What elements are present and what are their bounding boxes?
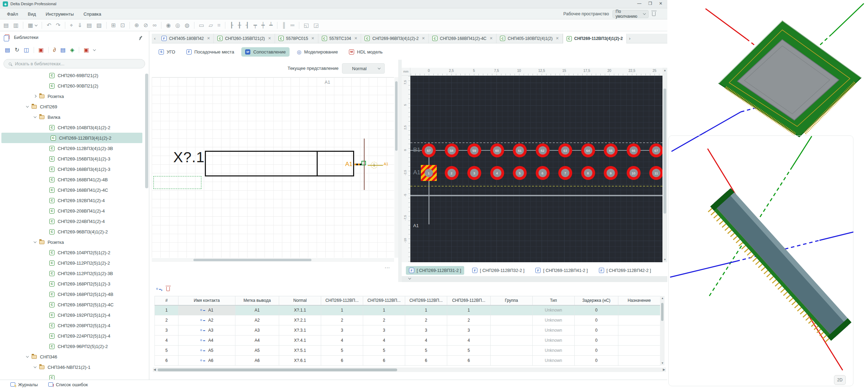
table-cell[interactable] [618, 346, 660, 356]
document-tab[interactable]: CСНП405-180ВП2(4)1(2)✕ [496, 34, 563, 43]
tree-item[interactable]: CСНП269-96ВП3(4)1(2)-2 [0, 226, 144, 237]
align-middle-icon[interactable]: ┿ [261, 23, 265, 28]
error-list-button[interactable]: ! Список ошибок [48, 382, 88, 387]
pan-free-icon[interactable]: ◎ [175, 23, 180, 28]
minimize-button[interactable]: — [637, 1, 641, 6]
table-cell[interactable] [618, 315, 660, 325]
align-right-icon[interactable]: ┨ [246, 23, 249, 28]
table-cell[interactable]: A4 [235, 336, 279, 346]
add-pin-icon[interactable]: + [156, 288, 161, 291]
table-cell[interactable]: Unknown [533, 325, 575, 336]
table-cell[interactable]: 2 [155, 315, 178, 325]
fp-pad[interactable]: 7 [558, 166, 572, 180]
document-tab[interactable]: C5578РС015✕ [275, 34, 318, 43]
pin-list-icon[interactable]: ▤ [87, 23, 92, 28]
table-cell[interactable] [491, 356, 533, 366]
table-cell[interactable]: 0 [575, 325, 618, 336]
table-cell[interactable]: 1 [321, 305, 363, 315]
chevron-right-icon[interactable] [34, 95, 36, 98]
table-cell[interactable]: 5 [321, 346, 363, 356]
align-center-icon[interactable]: ╂ [238, 23, 241, 28]
table-cell[interactable]: 1 [155, 305, 178, 315]
table-cell[interactable]: 4 [405, 336, 447, 346]
3d-view-top[interactable] [667, 0, 868, 153]
document-tab[interactable]: CСНП260-135ВП21(2)✕ [214, 34, 275, 43]
tree-folder[interactable]: СНП269 [0, 101, 144, 112]
menu-item[interactable]: Справка [84, 11, 101, 17]
table-column-header[interactable]: СНП269-112ВП... [405, 296, 447, 305]
table-cell[interactable]: 6 [155, 356, 178, 366]
table-cell[interactable]: 2 [447, 315, 491, 325]
table-cell[interactable]: 0 [575, 315, 618, 325]
pan-icon[interactable]: ◉ [166, 23, 171, 28]
fp-pad[interactable]: 4 [490, 166, 504, 180]
redo-icon[interactable]: ↷ [56, 23, 60, 28]
table-cell[interactable]: 2 [405, 315, 447, 325]
table-cell[interactable]: Unknown [533, 356, 575, 366]
tree-item[interactable]: CСНП269-112РП2(5)1(2)-2 [0, 258, 144, 268]
fp-pad[interactable]: 10 [627, 166, 641, 180]
table-cell[interactable] [618, 305, 660, 315]
fp-pad[interactable]: 67 [649, 143, 662, 157]
select-rect-icon[interactable]: ▭ [199, 23, 204, 28]
table-cell[interactable]: 2 [363, 315, 405, 325]
tree-item[interactable]: CСНП269-104ВП3(4)1(2)-2 [0, 122, 144, 133]
tree-item[interactable]: CСНП269-224ВП41(2)-4 [0, 216, 144, 226]
table-column-header[interactable]: СНП269-112ВП... [447, 296, 491, 305]
footprint-tab[interactable]: F[ СНП269-112ВП41-2 ] [532, 266, 591, 275]
tree-item[interactable]: CСНП269-112ВП3(4)1(2)-3В [0, 143, 144, 154]
import-pins-icon[interactable]: ⇓ [77, 23, 82, 28]
select-lasso-icon[interactable]: ▱ [209, 23, 213, 28]
table-cell[interactable]: X?.2.1 [279, 315, 321, 325]
table-cell[interactable] [491, 315, 533, 325]
table-cell[interactable]: Unknown [533, 315, 575, 325]
fp-pad[interactable]: 11 [649, 166, 662, 180]
table-cell[interactable]: 4 [363, 336, 405, 346]
tree-item[interactable]: C [0, 372, 144, 380]
undo-icon[interactable]: ↶ [47, 23, 51, 28]
group-icon[interactable]: ◱ [304, 23, 309, 28]
tree-item[interactable]: CСНП269-168РП2(5)1(2)-4С [0, 299, 144, 310]
chevron-down-icon[interactable] [35, 23, 37, 26]
tree-item[interactable]: CСНП269-104РП2(5)1(2)-2 [0, 247, 144, 258]
chevron-down-icon[interactable] [34, 240, 36, 243]
renumber-auto-icon[interactable]: ⊘ [143, 23, 148, 28]
pan-lock-icon[interactable]: ◍ [185, 23, 190, 28]
2d-toggle-button[interactable]: 2D [834, 375, 846, 385]
table-cell[interactable] [491, 325, 533, 336]
fp-pad[interactable]: 8 [581, 166, 595, 180]
3d-view-bottom[interactable] [668, 135, 853, 386]
fp-pad[interactable]: 3 [467, 166, 481, 180]
close-tab-icon[interactable]: ✕ [490, 36, 493, 41]
symbol-hscrollbar[interactable] [152, 258, 394, 262]
table-column-header[interactable]: Назначение [618, 296, 660, 305]
table-row[interactable]: 4A4A4X?.4.14444Unknown0 [155, 336, 660, 346]
tree-item[interactable]: CСНП260-90ВП21(2) [0, 81, 144, 91]
view-tab[interactable]: FПосадочные места [183, 47, 238, 57]
view-tab[interactable]: ◎Моделирование [293, 47, 342, 57]
close-tab-icon[interactable]: ✕ [268, 36, 271, 41]
table-cell[interactable]: A3 [235, 325, 279, 336]
footprint-tab[interactable]: F[ СНП269-112ВП32-2 ] [469, 266, 527, 275]
table-cell[interactable]: 3 [363, 325, 405, 336]
renumber-pins-icon[interactable]: ⊕ [134, 23, 139, 28]
align-bottom-icon[interactable]: ┷ [269, 23, 273, 28]
table-cell[interactable]: 2 [321, 315, 363, 325]
crop-view-icon[interactable]: ⊞ [111, 23, 116, 28]
unpin-panel-icon[interactable] [139, 35, 143, 40]
table-cell[interactable]: 1 [363, 305, 405, 315]
document-tab[interactable]: CСНП269-96ВП3(4)1(2)-2✕ [361, 34, 429, 43]
table-cell[interactable]: 0 [575, 336, 618, 346]
tree-folder[interactable]: Розетка [0, 237, 144, 247]
close-tab-icon[interactable]: ✕ [354, 36, 357, 41]
fp-pad[interactable]: 5 [513, 166, 527, 180]
tree-item[interactable]: CСНП269-156ВП3(4)1(2)-3 [0, 154, 144, 164]
tree-folder[interactable]: СНП346-NВП21(2)-1 [0, 362, 144, 372]
fp-pad[interactable]: 65 [604, 143, 618, 157]
view-tab[interactable]: SFСопоставление [241, 47, 290, 57]
tree-item[interactable]: CСНП269-112ВП3(4)1(2)-2 [1, 133, 142, 143]
close-tab-icon[interactable]: ✕ [311, 36, 314, 41]
component-table-icon[interactable]: ▦ [28, 23, 33, 28]
table-column-header[interactable]: Тип [533, 296, 575, 305]
table-cell[interactable]: A2 [178, 315, 235, 325]
